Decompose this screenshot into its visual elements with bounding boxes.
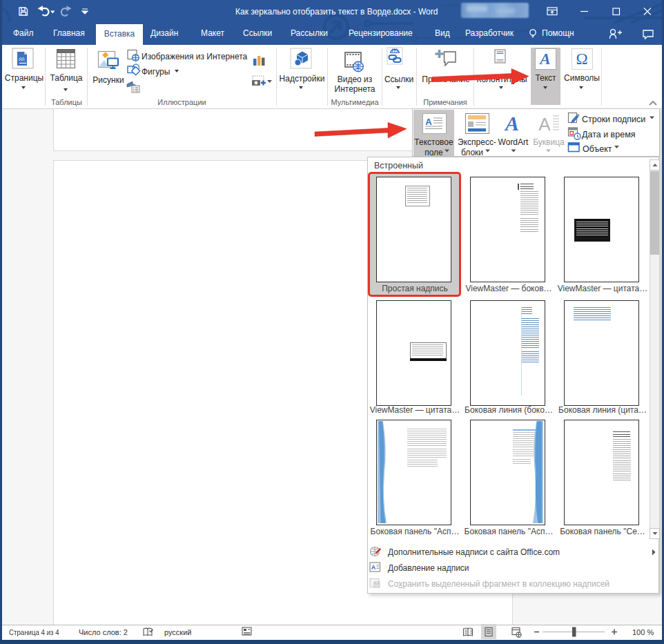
svg-text:Ω: Ω — [576, 50, 587, 68]
svg-text:A: A — [504, 112, 519, 135]
svg-text:A: A — [371, 564, 376, 571]
svg-text:A: A — [538, 114, 551, 135]
svg-text:A: A — [538, 50, 550, 68]
svg-text:A: A — [425, 117, 432, 127]
